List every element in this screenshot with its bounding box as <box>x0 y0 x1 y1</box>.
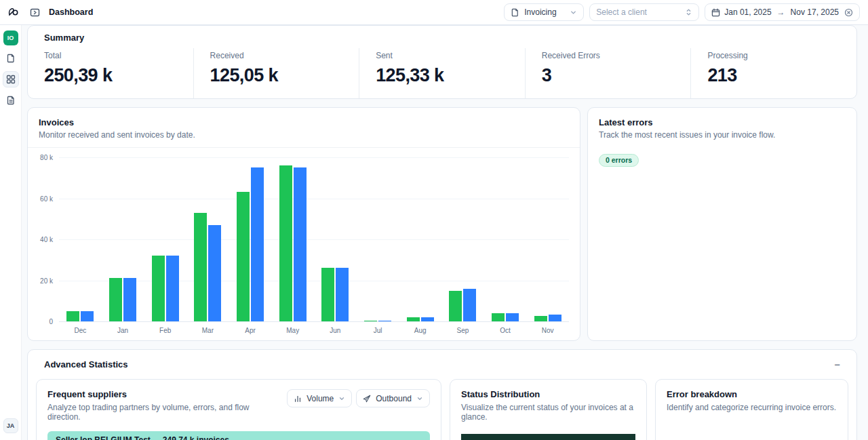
bar-sent-feb[interactable] <box>166 256 179 321</box>
bar-sent-sep[interactable] <box>463 289 476 321</box>
chart-plot-area <box>59 157 569 321</box>
stat-sent: Sent 125,33 k <box>359 48 525 98</box>
user-avatar[interactable]: JA <box>3 418 18 433</box>
bar-sent-mar[interactable] <box>208 225 221 321</box>
bar-sent-aug[interactable] <box>421 317 434 321</box>
app-logo-icon[interactable] <box>5 5 20 20</box>
bar-group-aug <box>399 157 441 321</box>
advanced-statistics-row: Frequent suppliers Analyze top trading p… <box>36 379 848 440</box>
bar-group-apr <box>229 157 272 321</box>
bar-received-nov[interactable] <box>534 316 547 321</box>
bar-received-feb[interactable] <box>152 256 165 321</box>
stat-label: Received <box>210 51 349 60</box>
collapse-section-button[interactable]: − <box>830 358 844 371</box>
sidebar-toggle-button[interactable] <box>27 5 42 20</box>
clear-date-range-icon[interactable] <box>844 8 853 17</box>
bar-sent-jun[interactable] <box>336 268 349 321</box>
gridline <box>59 321 569 322</box>
metric-select[interactable]: Volume <box>287 389 352 407</box>
frequent-suppliers-title: Frequent suppliers <box>47 389 280 399</box>
summary-stats: Total 250,39 k Received 125,05 k Sent 12… <box>28 48 856 98</box>
bar-group-dec <box>59 157 102 321</box>
bar-sent-apr[interactable] <box>251 167 264 321</box>
latest-errors-title: Latest errors <box>599 117 846 127</box>
supplier-separator: - <box>155 435 158 440</box>
bar-received-dec[interactable] <box>66 311 79 321</box>
top-supplier-row[interactable]: Seller lop BELGIUM Test - 249,74 k invoi… <box>47 431 430 440</box>
stat-value: 125,33 k <box>376 65 514 86</box>
volume-icon <box>294 395 302 403</box>
chart-bars <box>59 157 569 321</box>
bar-sent-oct[interactable] <box>506 313 519 321</box>
chart-y-axis: 80 k60 k40 k20 k0 <box>35 157 59 321</box>
header-right: Invoicing Select a client <box>504 3 860 21</box>
service-select[interactable]: Invoicing <box>504 3 584 21</box>
bar-sent-dec[interactable] <box>81 311 94 321</box>
sidebar-item-dashboard[interactable] <box>3 71 19 87</box>
chevron-down-icon <box>416 395 423 402</box>
stat-label: Processing <box>707 51 846 60</box>
top-header: Dashboard Invoicing <box>0 0 868 25</box>
bar-received-apr[interactable] <box>237 192 250 321</box>
app-frame: IO <box>0 25 868 440</box>
x-tick-label-apr: Apr <box>229 321 272 336</box>
client-select-placeholder: Select a client <box>596 7 647 17</box>
bar-sent-jul[interactable] <box>378 321 391 321</box>
sidebar: IO <box>0 25 22 440</box>
header-left: Dashboard <box>5 5 93 20</box>
invoice-file-icon <box>511 8 519 17</box>
advanced-statistics-title: Advanced Statistics <box>44 359 128 369</box>
x-tick-label-jul: Jul <box>357 321 399 336</box>
bar-group-nov <box>526 157 569 321</box>
stat-label: Sent <box>376 51 514 60</box>
y-tick-label: 20 k <box>40 277 53 284</box>
frequent-suppliers-subtitle: Analyze top trading partners by volume, … <box>47 403 280 422</box>
chevron-down-icon <box>338 395 345 402</box>
summary-title: Summary <box>44 33 856 43</box>
bar-sent-jan[interactable] <box>123 278 136 321</box>
outbound-send-icon <box>363 395 371 403</box>
x-tick-label-aug: Aug <box>399 321 441 336</box>
supplier-name: Seller lop BELGIUM Test <box>56 435 151 440</box>
invoices-subtitle: Monitor received and sent invoices by da… <box>39 130 569 140</box>
advanced-statistics-card: Advanced Statistics − Frequent suppliers… <box>27 349 857 440</box>
sidebar-item-invoices[interactable] <box>3 92 19 108</box>
page-title: Dashboard <box>49 7 93 17</box>
stat-value: 250,39 k <box>44 65 182 86</box>
bar-received-oct[interactable] <box>492 313 505 321</box>
bar-group-jul <box>357 157 399 321</box>
status-distribution-bar[interactable] <box>461 434 635 440</box>
bar-received-aug[interactable] <box>407 317 420 321</box>
latest-errors-card: Latest errors Track the most recent issu… <box>587 107 857 341</box>
main-content: Summary Total 250,39 k Received 125,05 k… <box>22 25 868 440</box>
stat-value: 3 <box>542 65 680 86</box>
bar-received-mar[interactable] <box>194 213 207 321</box>
direction-select[interactable]: Outbound <box>356 389 430 407</box>
bar-received-jan[interactable] <box>109 278 122 321</box>
latest-errors-header: Latest errors Track the most recent issu… <box>588 108 856 147</box>
frequent-suppliers-header: Frequent suppliers Analyze top trading p… <box>37 380 441 430</box>
calendar-icon <box>711 8 720 17</box>
errors-count-badge: 0 errors <box>599 154 639 167</box>
date-range-picker[interactable]: Jan 01, 2025 → Nov 17, 2025 <box>705 3 860 21</box>
x-tick-label-sep: Sep <box>441 321 484 336</box>
y-tick-label: 0 <box>49 318 53 325</box>
status-distribution-card: Status Distribution Visualize the curren… <box>450 379 647 440</box>
y-tick-label: 80 k <box>40 154 53 161</box>
invoices-card-header: Invoices Monitor received and sent invoi… <box>28 108 580 148</box>
service-select-value: Invoicing <box>524 7 556 17</box>
bar-received-may[interactable] <box>279 165 292 321</box>
bar-group-jun <box>314 157 357 321</box>
bar-received-jul[interactable] <box>364 321 377 321</box>
bar-sent-may[interactable] <box>294 167 307 321</box>
bar-sent-nov[interactable] <box>549 315 561 321</box>
sidebar-item-documents[interactable] <box>3 50 19 66</box>
workspace-avatar[interactable]: IO <box>3 31 18 45</box>
date-range-end: Nov 17, 2025 <box>791 7 839 17</box>
x-tick-label-jan: Jan <box>102 321 144 336</box>
bar-group-oct <box>484 157 527 321</box>
client-select[interactable]: Select a client <box>589 3 699 21</box>
bar-received-sep[interactable] <box>449 291 462 321</box>
date-range-start: Jan 01, 2025 <box>724 7 771 17</box>
bar-received-jun[interactable] <box>321 268 334 321</box>
